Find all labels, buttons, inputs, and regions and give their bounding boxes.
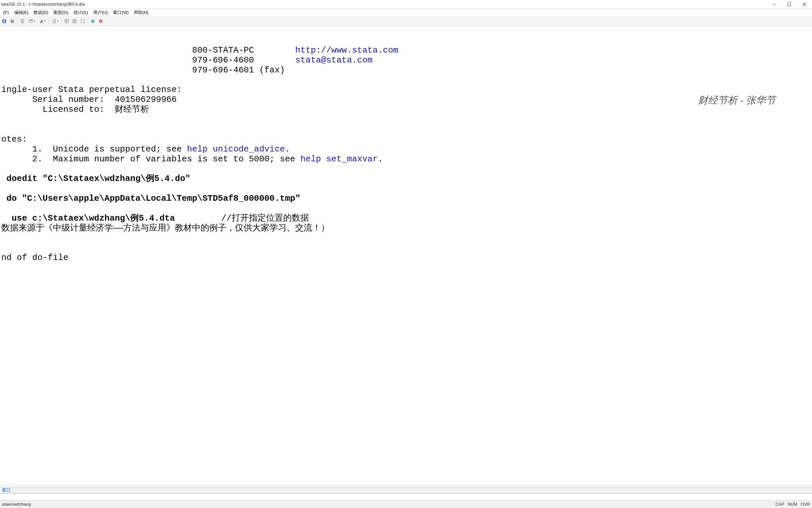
end-of-dofile: nd of do-file — [1, 253, 68, 263]
svg-rect-22 — [73, 19, 76, 23]
svg-rect-16 — [41, 20, 42, 23]
data-editor-browse-icon[interactable] — [71, 17, 78, 25]
results-text — [1, 45, 192, 55]
break-icon[interactable] — [97, 17, 104, 25]
cmd-use-comment: //打开指定位置的数据 — [222, 213, 309, 223]
menu-user[interactable]: 用户(U) — [91, 9, 110, 16]
license-line: ingle-user Stata perpetual license: — [1, 85, 182, 95]
stata-email-link[interactable]: stata@stata.com — [295, 55, 373, 65]
licensed-label: Licensed to: — [43, 104, 104, 115]
status-cap: CAP — [775, 502, 784, 507]
log-icon[interactable] — [19, 17, 26, 25]
svg-rect-19 — [65, 19, 68, 23]
menu-file[interactable]: (F) — [1, 9, 11, 15]
command-input[interactable] — [0, 494, 812, 500]
results-viewer[interactable]: 财经节析 - 张华节 800-STATA-PC http://www.stata… — [0, 26, 812, 485]
svg-rect-17 — [42, 20, 43, 23]
svg-rect-4 — [3, 20, 5, 21]
toolbar: ▾ ▾ ▾ — [0, 16, 812, 26]
svg-rect-8 — [11, 22, 13, 23]
phone1: 800-STATA-PC — [192, 45, 254, 55]
chevron-down-icon: ▾ — [34, 19, 35, 23]
status-num: NUM — [787, 502, 798, 507]
cmd-do: do "C:\Users\apple\AppData\Local\Temp\ST… — [1, 194, 300, 203]
chevron-down-icon: ▾ — [57, 19, 58, 23]
stata-url-link[interactable]: http://www.stata.com — [295, 45, 398, 55]
serial-value: 401506299966 — [115, 95, 177, 104]
svg-rect-14 — [29, 20, 32, 20]
command-panel-header[interactable]: 窗口 — [0, 487, 812, 494]
viewer-icon[interactable]: ▾ — [27, 17, 37, 25]
toolbar-separator — [88, 18, 88, 24]
title-bar: tata/SE 15.1 - c:\Stataex\wdzhang\例5.4.d… — [0, 0, 812, 9]
status-ovr: OVR — [801, 502, 810, 507]
notes-label: otes: — [1, 134, 27, 144]
menu-statistics[interactable]: 统计(S) — [71, 9, 91, 16]
svg-rect-1 — [788, 3, 791, 6]
serial-label: Serial number: — [32, 95, 104, 104]
svg-rect-7 — [11, 19, 13, 21]
do-file-editor-icon[interactable]: ▾ — [50, 17, 60, 25]
variables-manager-icon[interactable] — [79, 17, 86, 25]
print-icon[interactable] — [9, 17, 16, 25]
minimize-button[interactable] — [766, 0, 781, 8]
toolbar-separator — [17, 18, 17, 24]
status-path: ataex\wdzhang — [2, 502, 31, 507]
cmd-doedit: doedit "C:\Stataex\wdzhang\例5.4.do" — [1, 174, 190, 183]
svg-rect-5 — [3, 22, 5, 23]
window-title: tata/SE 15.1 - c:\Stataex\wdzhang\例5.4.d… — [1, 1, 85, 7]
watermark: 财经节析 - 张华节 — [698, 95, 776, 106]
svg-rect-15 — [40, 22, 41, 23]
phone3: 979-696-4601 (fax) — [192, 65, 285, 75]
note2: 2. Maximum number of variables is set to… — [1, 154, 300, 164]
save-icon[interactable] — [1, 17, 8, 25]
menu-data[interactable]: 数据(D) — [31, 9, 51, 16]
chevron-down-icon: ▾ — [44, 19, 46, 23]
set-maxvar-link[interactable]: help set_maxvar — [300, 154, 378, 164]
note1: 1. Unicode is supported; see — [1, 144, 187, 154]
unicode-advice-link[interactable]: help unicode_advice — [187, 144, 285, 154]
menu-help[interactable]: 帮助(H) — [131, 9, 151, 16]
graph-icon[interactable]: ▾ — [37, 17, 47, 25]
data-editor-edit-icon[interactable] — [63, 17, 70, 25]
licensed-value: 财经节析 — [115, 104, 149, 115]
command-panel-label: 窗口 — [2, 487, 11, 493]
status-bar: ataex\wdzhang CAP NUM OVR — [0, 500, 812, 508]
close-button[interactable] — [797, 0, 812, 8]
menu-window[interactable]: 窗口(W) — [110, 9, 131, 16]
window-controls — [766, 0, 812, 8]
source-note: 数据来源于《中级计量经济学——方法与应用》教材中的例子，仅供大家学习、交流！） — [1, 223, 330, 233]
maximize-button[interactable] — [781, 0, 797, 8]
toolbar-separator — [49, 18, 49, 24]
phone2: 979-696-4600 — [192, 55, 254, 65]
toolbar-separator — [61, 18, 62, 24]
cmd-use: use c:\Stataex\wdzhang\例5.4.dta — [1, 213, 222, 223]
status-indicators: CAP NUM OVR — [775, 502, 810, 507]
menu-edit[interactable]: 编辑(E) — [11, 9, 31, 16]
continue-icon[interactable] — [89, 17, 96, 25]
menu-bar: (F) 编辑(E) 数据(D) 图形(G) 统计(S) 用户(U) 窗口(W) … — [0, 9, 812, 16]
svg-rect-26 — [81, 19, 82, 23]
menu-graphics[interactable]: 图形(G) — [51, 9, 71, 16]
